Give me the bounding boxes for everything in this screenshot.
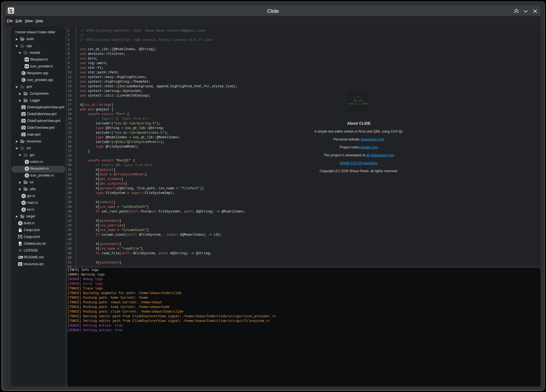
svg-text:Qt: Qt [22, 126, 25, 129]
svg-text:Qt: Qt [22, 133, 25, 136]
svg-text:Qt: Qt [19, 263, 22, 266]
svg-text:R: R [26, 160, 28, 164]
svg-text:R: R [26, 167, 28, 170]
svg-text:R: R [26, 174, 28, 177]
svg-text:R: R [23, 201, 25, 205]
svg-text:Qt: Qt [22, 113, 25, 116]
svg-text:Qt: Qt [22, 106, 25, 109]
svg-text:R: R [23, 208, 25, 211]
svg-text:R: R [23, 194, 25, 198]
svg-text:Qt: Qt [22, 119, 25, 122]
svg-text:R: R [19, 222, 22, 225]
